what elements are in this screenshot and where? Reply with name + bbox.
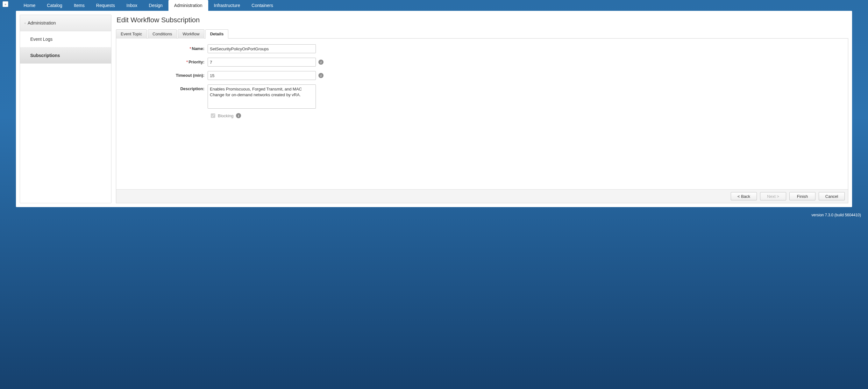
nav-home[interactable]: Home: [18, 0, 41, 11]
tab-details[interactable]: Details: [206, 29, 228, 38]
tab-workflow[interactable]: Workflow: [178, 29, 204, 38]
required-marker: *: [189, 46, 191, 51]
name-input[interactable]: [208, 44, 316, 53]
tab-content: *Name: *Priority: i: [116, 38, 848, 203]
nav-containers[interactable]: Containers: [246, 0, 279, 11]
blocking-label: Blocking: [218, 113, 234, 118]
info-icon[interactable]: i: [318, 60, 323, 65]
sidebar-item-subscriptions[interactable]: Subscriptions: [20, 48, 111, 64]
info-icon[interactable]: i: [318, 73, 323, 78]
description-textarea[interactable]: [208, 84, 316, 109]
side-panel-header-label: Administration: [28, 20, 56, 26]
required-marker: *: [186, 60, 188, 64]
footer-version: version 7.3.0 (build 5604410): [0, 211, 868, 221]
nav-catalog[interactable]: Catalog: [41, 0, 68, 11]
details-form: *Name: *Priority: i: [116, 38, 848, 189]
tab-conditions[interactable]: Conditions: [148, 29, 177, 38]
page-container: ‹ Administration Event Logs Subscription…: [16, 11, 852, 207]
timeout-label: Timeout (min):: [120, 71, 208, 78]
timeout-input[interactable]: [208, 71, 316, 80]
back-button[interactable]: < Back: [731, 192, 757, 200]
page-title: Edit Workflow Subscription: [117, 16, 848, 24]
side-panel: ‹ Administration Event Logs Subscription…: [20, 14, 112, 203]
expand-sidebar-button[interactable]: »: [3, 1, 8, 7]
chevron-left-icon: ‹: [25, 21, 26, 25]
next-button: Next >: [760, 192, 786, 200]
wizard-footer: < Back Next > Finish Cancel: [116, 189, 848, 203]
nav-inbox[interactable]: Inbox: [121, 0, 143, 11]
name-label: *Name:: [120, 44, 208, 51]
side-panel-header[interactable]: ‹ Administration: [20, 15, 111, 31]
cancel-button[interactable]: Cancel: [819, 192, 845, 200]
info-icon[interactable]: i: [236, 113, 241, 118]
priority-label: *Priority:: [120, 58, 208, 64]
top-nav: Home Catalog Items Requests Inbox Design…: [18, 0, 279, 11]
expand-icon: »: [4, 3, 6, 6]
nav-administration[interactable]: Administration: [168, 0, 208, 11]
finish-button[interactable]: Finish: [789, 192, 815, 200]
blocking-checkbox: [211, 113, 215, 118]
nav-items[interactable]: Items: [68, 0, 90, 11]
priority-input[interactable]: [208, 58, 316, 67]
nav-requests[interactable]: Requests: [90, 0, 121, 11]
sidebar-item-event-logs[interactable]: Event Logs: [20, 31, 111, 48]
wizard-tabs: Event Topic Conditions Workflow Details: [116, 29, 848, 38]
nav-design[interactable]: Design: [143, 0, 168, 11]
description-label: Description:: [120, 84, 208, 91]
nav-infrastructure[interactable]: Infrastructure: [208, 0, 246, 11]
main-area: Edit Workflow Subscription Event Topic C…: [116, 14, 848, 203]
tab-event-topic[interactable]: Event Topic: [116, 29, 147, 38]
